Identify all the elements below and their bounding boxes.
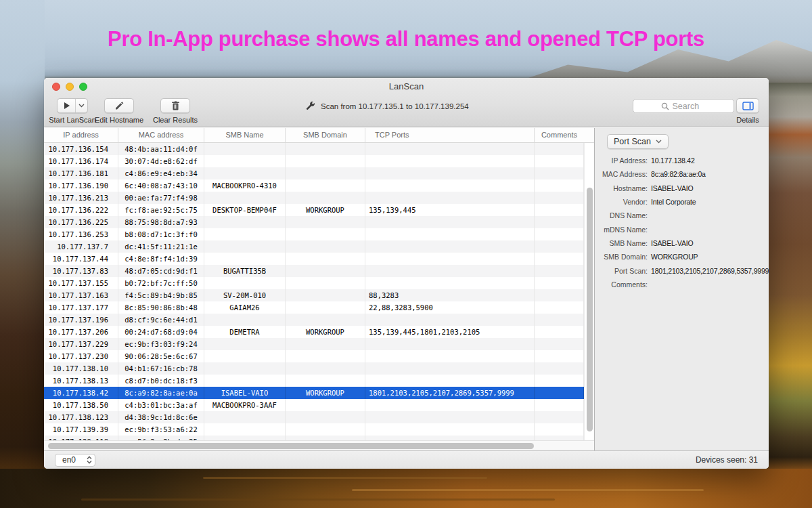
details-field: SMB Name:ISABEL-VAIO xyxy=(595,236,769,250)
lanscan-window: LanScan Start LanScan xyxy=(44,78,769,469)
clear-results-button[interactable] xyxy=(160,98,190,113)
details-field-value: Intel Corporate xyxy=(651,198,696,206)
table-row[interactable]: 10.177.137.8348:d7:05:cd:9d:f1BUGATTI35B xyxy=(44,265,594,277)
cell-tcp-ports xyxy=(365,253,535,265)
details-field-label: DNS Name: xyxy=(595,211,648,219)
cell-tcp-ports xyxy=(365,265,535,277)
cell-ip: 10.177.139.39 xyxy=(44,423,118,436)
column-header-comments[interactable]: Comments xyxy=(535,128,584,142)
details-field-label: Vendor: xyxy=(595,198,648,206)
cell-mac: 04:b1:67:16:cb:78 xyxy=(118,362,204,375)
table-row[interactable]: 10.177.137.163f4:5c:89:b4:9b:85SV-20M-01… xyxy=(44,289,594,301)
cell-ip: 10.177.137.196 xyxy=(44,314,118,326)
cell-smb-domain xyxy=(286,289,365,301)
search-input[interactable] xyxy=(673,102,706,111)
table-row[interactable]: 10.177.137.44c4:8e:8f:f4:1d:39 xyxy=(44,253,594,265)
column-header-smb-name[interactable]: SMB Name xyxy=(204,128,286,142)
table-row[interactable]: 10.177.137.229ec:9b:f3:03:f9:24 xyxy=(44,338,594,350)
cell-comments xyxy=(535,179,584,192)
cell-mac: ec:9b:f3:53:a6:22 xyxy=(118,423,204,436)
details-toggle-button[interactable] xyxy=(736,98,759,113)
details-field: Hostname:ISABEL-VAIO xyxy=(595,182,769,195)
vertical-scrollbar[interactable] xyxy=(584,143,594,440)
table-row[interactable]: 10.177.136.22588:75:98:8d:a7:93 xyxy=(44,216,594,228)
start-lanscan-button[interactable] xyxy=(57,98,88,113)
play-icon[interactable] xyxy=(58,99,75,112)
details-panel: Port Scan IP Address:10.177.138.42MAC Ad… xyxy=(594,128,769,450)
horizontal-scrollbar[interactable] xyxy=(44,440,594,450)
clear-results-label: Clear Results xyxy=(153,116,198,124)
cell-mac: 6c:40:08:a7:43:10 xyxy=(118,179,204,192)
cell-comments xyxy=(535,350,584,362)
cell-comments xyxy=(535,265,584,277)
edit-hostname-button[interactable] xyxy=(104,98,134,113)
table-row[interactable]: 10.177.138.13c8:d7:b0:dc:18:f3 xyxy=(44,375,594,387)
vertical-scrollbar-thumb[interactable] xyxy=(587,188,593,431)
chevron-down-icon xyxy=(656,140,662,144)
devices-seen-count: Devices seen: 31 xyxy=(696,455,758,465)
cell-comments xyxy=(535,436,584,440)
port-scan-mode-selector[interactable]: Port Scan xyxy=(607,134,669,149)
table-row[interactable]: 10.177.137.196d8:cf:9c:6e:44:d1 xyxy=(44,314,594,326)
table-row[interactable]: 10.177.137.7dc:41:5f:11:21:1e xyxy=(44,240,594,253)
table-row[interactable]: 10.177.138.50c4:b3:01:bc:3a:afMACBOOKPRO… xyxy=(44,399,594,411)
cell-ip: 10.177.137.155 xyxy=(44,277,118,289)
column-header-smb-domain[interactable]: SMB Domain xyxy=(286,128,365,142)
cell-smb-domain xyxy=(286,167,365,179)
cell-ip: 10.177.138.13 xyxy=(44,375,118,387)
table-row[interactable]: 10.177.138.1004:b1:67:16:cb:78 xyxy=(44,362,594,375)
cell-mac: f4:5c:89:b4:9b:85 xyxy=(118,289,204,301)
details-field-label: Port Scan: xyxy=(595,267,648,275)
table-row[interactable]: 10.177.139.118ac:5f:3e:3b:da:35 xyxy=(44,436,594,440)
details-field: Comments: xyxy=(595,278,769,291)
cell-mac: b0:72:bf:7c:ff:50 xyxy=(118,277,204,289)
cell-smb-name xyxy=(204,314,286,326)
cell-smb-domain xyxy=(286,350,365,362)
cell-tcp-ports xyxy=(365,314,535,326)
cell-smb-name: BUGATTI35B xyxy=(204,265,286,277)
table-row[interactable]: 10.177.137.20600:24:d7:68:d9:04DEMETRAWO… xyxy=(44,326,594,338)
table-row[interactable]: 10.177.137.1778c:85:90:86:8b:48GAIAM2622… xyxy=(44,301,594,314)
cell-mac: 48:4b:aa:11:d4:0f xyxy=(118,143,204,155)
table-row[interactable]: 10.177.138.123d4:38:9c:1d:8c:6e xyxy=(44,411,594,423)
cell-smb-domain xyxy=(286,362,365,375)
table-row[interactable]: 10.177.136.181c4:86:e9:e4:eb:34 xyxy=(44,167,594,179)
cell-mac: 8c:85:90:86:8b:48 xyxy=(118,301,204,314)
horizontal-scrollbar-thumb[interactable] xyxy=(48,443,534,449)
search-field[interactable] xyxy=(633,99,734,113)
table-row[interactable]: 10.177.136.17430:07:4d:e8:62:df xyxy=(44,155,594,167)
table-row-selected[interactable]: 10.177.138.428c:a9:82:8a:ae:0aISABEL-VAI… xyxy=(44,387,594,399)
window-title: LanScan xyxy=(44,78,769,96)
table-row[interactable]: 10.177.136.222fc:f8:ae:92:5c:75DESKTOP-B… xyxy=(44,204,594,216)
details-field: MAC Address:8c:a9:82:8a:ae:0a xyxy=(595,167,769,181)
cell-smb-domain xyxy=(286,399,365,411)
details-tool: Details xyxy=(727,98,768,124)
cell-mac: 00:24:d7:68:d9:04 xyxy=(118,326,204,338)
interface-popup[interactable]: en0 xyxy=(55,454,95,467)
cell-smb-name xyxy=(204,411,286,423)
details-field-label: mDNS Name: xyxy=(595,226,648,234)
cell-tcp-ports: 88,3283 xyxy=(365,289,535,301)
details-field-label: IP Address: xyxy=(595,156,648,165)
table-row[interactable]: 10.177.137.23090:06:28:5e:6c:67 xyxy=(44,350,594,362)
table-row[interactable]: 10.177.136.253b8:08:d7:1c:3f:f0 xyxy=(44,228,594,240)
table-row[interactable]: 10.177.139.39ec:9b:f3:53:a6:22 xyxy=(44,423,594,436)
details-field: Port Scan:1801,2103,2105,2107,2869,5357,… xyxy=(595,263,769,277)
cell-ip: 10.177.137.177 xyxy=(44,301,118,314)
details-label: Details xyxy=(736,116,759,124)
cell-smb-name: DEMETRA xyxy=(204,326,286,338)
table-row[interactable]: 10.177.136.1906c:40:08:a7:43:10MACBOOKPR… xyxy=(44,179,594,192)
cell-ip: 10.177.136.213 xyxy=(44,192,118,204)
cell-mac: 88:75:98:8d:a7:93 xyxy=(118,216,204,228)
chevron-down-icon[interactable] xyxy=(75,99,87,112)
details-field: SMB Domain:WORKGROUP xyxy=(595,250,769,263)
details-field: Vendor:Intel Corporate xyxy=(595,195,769,209)
cell-mac: c8:d7:b0:dc:18:f3 xyxy=(118,375,204,387)
table-row[interactable]: 10.177.136.15448:4b:aa:11:d4:0f xyxy=(44,143,594,155)
cell-smb-name xyxy=(204,362,286,375)
table-row[interactable]: 10.177.137.155b0:72:bf:7c:ff:50 xyxy=(44,277,594,289)
table-row[interactable]: 10.177.136.21300:ae:fa:77:f4:98 xyxy=(44,192,594,204)
column-header-tcp-ports[interactable]: TCP Ports xyxy=(365,128,535,142)
column-header-ip[interactable]: IP address xyxy=(44,128,118,142)
column-header-mac[interactable]: MAC address xyxy=(118,128,204,142)
